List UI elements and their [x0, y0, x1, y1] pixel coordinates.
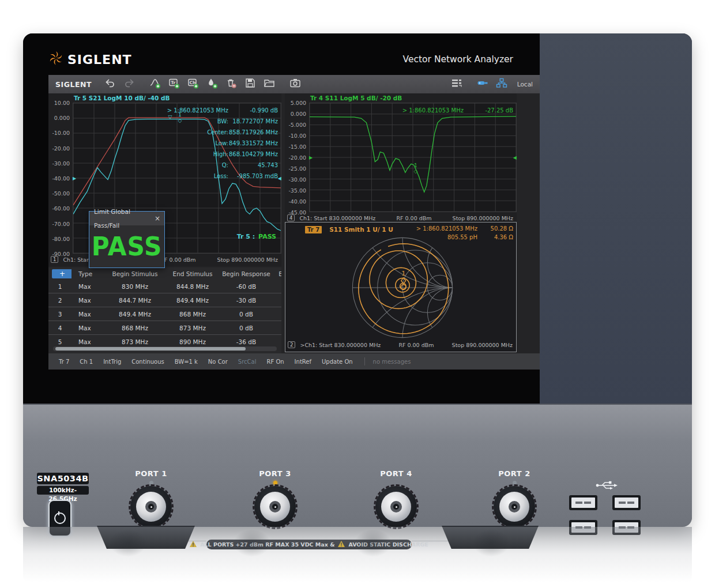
svg-text:Tr: Tr [171, 80, 176, 85]
bandwidth-readout: Low:849.331572 MHz [167, 138, 278, 149]
reference-level-arrow: ▶ [309, 155, 313, 160]
y-tick-label: -30.00 [52, 160, 70, 166]
status-item: IntRef [295, 359, 311, 365]
lcd-screen[interactable]: SIGLENT TrCh Local Tr 5 S21 LogM 10 dB/ … [48, 75, 540, 370]
y-tick-label: -40.00 [52, 175, 70, 182]
port-1[interactable]: PORT 1 [116, 469, 186, 527]
status-item: Ch 1 [80, 359, 93, 365]
power-icon [54, 512, 66, 524]
limit-table[interactable]: + Type Begin Stimulus End Stimulus Begin… [48, 267, 281, 353]
limit-passfail-dialog[interactable]: Limit Global Pass/Fail × PASS [89, 211, 165, 268]
y-tick-label: 0.000 [291, 111, 306, 117]
model-badge: SNA5034B [37, 473, 89, 484]
rf-connector[interactable] [130, 486, 172, 527]
screenshot-icon[interactable] [289, 77, 302, 89]
plot-tr5-readouts: > 1:860.821053 MHz-0.990 dBBW:18.772707 … [167, 105, 278, 182]
y-tick-label: -90.00 [52, 251, 70, 257]
usb-plug-icon[interactable] [477, 77, 489, 89]
port-3[interactable]: PORT 3 [240, 469, 310, 527]
table-row[interactable]: 1Max830 MHz844.8 MHz-60 dB [48, 280, 281, 293]
screen-title: Vector Network Analyzer [403, 54, 513, 65]
plot-tr5-yaxis: 10.000.000-10.00-20.00-30.00-40.00-50.00… [48, 103, 73, 254]
status-item: BW=1 k [175, 359, 198, 365]
freq-range-badge: 100kHz-26.5GHz [37, 486, 89, 495]
limit-table-header: + Type Begin Stimulus End Stimulus Begin… [48, 267, 281, 280]
smith-marker-readout: 805.55 pH4.36 Ω [416, 233, 513, 242]
front-panel: SNA5034B 100kHz-26.5GHz PORT 1PORT 3PORT… [23, 404, 692, 527]
bandwidth-readout: Center:858.717926 MHz [167, 127, 278, 138]
toolbar: SIGLENT TrCh Local [48, 75, 540, 93]
status-bar: Tr 7Ch 1IntTrigContinuousBW=1 kNo CorSrc… [48, 353, 540, 370]
tr5-passfail-status: Tr 5 :PASS [237, 233, 276, 240]
toolbar-left-icons: TrCh [101, 77, 305, 92]
y-tick-label: -35.00 [288, 187, 306, 194]
plot-tr4-yaxis: 5.0000.000-5.000-10.00-15.00-20.00-25.00… [285, 103, 309, 212]
toolbar-brand: SIGLENT [55, 80, 92, 89]
control-mode-label: Local [517, 81, 533, 88]
y-tick-label: 10.00 [54, 100, 70, 106]
plot-tr4-markers: ▶◀1◇ [310, 103, 516, 212]
bandwidth-readout: Q:45.743 [167, 160, 278, 171]
ch-add-icon[interactable]: Ch [187, 77, 200, 89]
plot-tr5-footer: 1 Ch1: Start 830.000000 MHz RF 0.00 dBm … [48, 254, 281, 265]
reference-level-arrow: ▶ [73, 176, 76, 181]
status-item: Continuous [131, 359, 164, 365]
usb-icon [595, 480, 618, 491]
save-icon[interactable] [244, 77, 257, 89]
y-tick-label: 5.000 [291, 100, 306, 106]
port-4[interactable]: PORT 4 [362, 469, 431, 527]
brand-text: SIGLENT [67, 52, 132, 67]
port-label: PORT 4 [362, 469, 431, 478]
table-scrollbar[interactable] [53, 346, 277, 351]
status-item: Tr 7 [59, 359, 69, 365]
y-tick-label: -15.00 [288, 144, 306, 150]
table-row[interactable]: 4Max868 MHz873 MHz0 dB [48, 321, 281, 334]
marker-readout: > 1:860.821053 MHz-0.990 dB [167, 105, 278, 116]
dialog-close-icon[interactable]: × [155, 212, 160, 225]
bandwidth-readout: High:868.104279 MHz [167, 149, 278, 160]
tr-add-icon[interactable]: Tr [168, 77, 180, 89]
plot-tr5-header: Tr 5 S21 LogM 10 dB/ -40 dB [48, 93, 281, 103]
status-item: Update On [322, 359, 353, 365]
y-tick-label: -45.00 [288, 209, 306, 216]
undo-icon[interactable] [104, 77, 116, 89]
port-2[interactable]: PORT 2 [480, 469, 549, 527]
plot-tr4-s11[interactable]: Tr 4 S11 LogM 5 dB/ -20 dB 5.0000.000-5.… [285, 93, 517, 222]
status-item: RF On [267, 359, 284, 365]
rf-connector[interactable] [494, 486, 535, 527]
fn-add-icon[interactable] [149, 77, 161, 89]
product-image: SIGLENT Vector Network Analyzer SIGLENT … [0, 0, 715, 588]
dialog-titlebar[interactable]: Limit Global Pass/Fail × [89, 212, 164, 225]
table-row[interactable]: 2Max844.7 MHz849.4 MHz-30 dB [48, 293, 281, 307]
smith-readouts: > 1:860.821053 MHz50.28 Ω805.55 pH4.36 Ω [416, 224, 513, 242]
vna-device: SIGLENT Vector Network Analyzer SIGLENT … [23, 33, 692, 526]
layout-icon[interactable] [451, 77, 463, 89]
usb-port[interactable] [612, 495, 641, 510]
add-limit-button[interactable]: + [52, 269, 72, 278]
plot-tr7-smith[interactable]: Tr 7 S11 Smith 1 U/ 1 U > 1:860.821053 M… [285, 222, 517, 352]
redo-icon[interactable] [123, 77, 136, 89]
marker-add-icon[interactable] [206, 77, 219, 89]
siglent-swirl-icon [48, 51, 63, 68]
usb-port[interactable] [569, 495, 597, 510]
status-item: SrcCal [238, 359, 257, 365]
rf-connector[interactable] [254, 486, 296, 527]
reference-level-arrow: ◀ [278, 176, 281, 181]
y-tick-label: -40.00 [288, 198, 306, 205]
rf-connector[interactable] [375, 486, 417, 527]
open-icon[interactable] [264, 77, 276, 89]
siglent-logo: SIGLENT [48, 51, 132, 68]
smith-marker-readout: > 1:860.821053 MHz50.28 Ω [416, 224, 513, 233]
smith-footer: 2 >Ch1: Start 830.000000 MHz RF 0.00 dBm… [285, 339, 516, 350]
marker-readout: > 1:860.821053 MHz-27.25 dB [402, 105, 513, 116]
keypad-panel: Response MeasFormatMarkerMathScaleCalSea… [540, 33, 692, 404]
status-divider [364, 357, 365, 365]
plot-tr5-s21[interactable]: Tr 5 S21 LogM 10 dB/ -40 dB 10.000.000-1… [48, 93, 281, 266]
y-tick-label: -60.00 [52, 205, 70, 212]
lan-icon[interactable] [496, 77, 508, 89]
delete-icon[interactable] [225, 77, 238, 89]
table-row[interactable]: 3Max849.4 MHz868 MHz0 dB [48, 307, 281, 321]
port-label: PORT 2 [480, 469, 549, 478]
svg-text:1: 1 [401, 270, 405, 277]
status-item: No Cor [208, 359, 228, 365]
